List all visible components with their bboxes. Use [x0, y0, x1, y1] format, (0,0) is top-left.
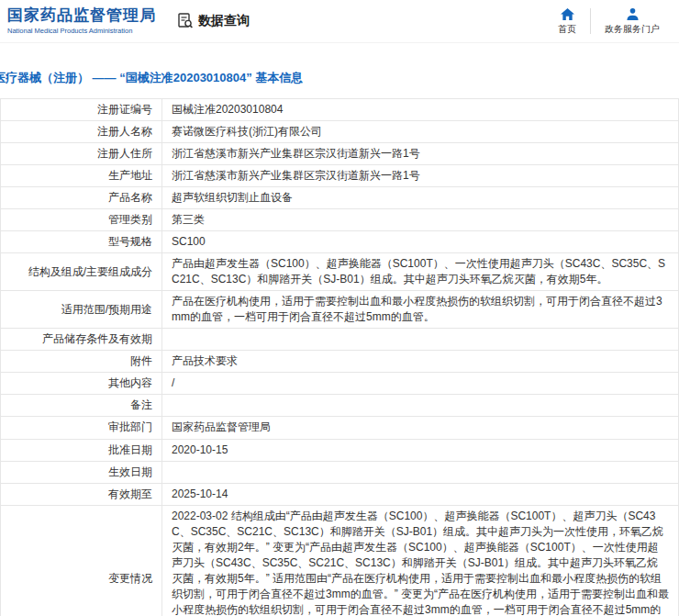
table-row: 结构及组成/主要组成成分 产品由超声发生器（SC100）、超声换能器（SC100… [1, 253, 679, 291]
row-label: 管理类别 [1, 209, 162, 231]
person-icon [626, 7, 640, 21]
table-row: 附件 产品技术要求 [1, 351, 679, 373]
table-row: 产品名称 超声软组织切割止血设备 [1, 187, 679, 209]
home-icon [560, 7, 575, 21]
row-label: 生产地址 [1, 165, 162, 187]
row-value: 赛诺微医疗科技(浙江)有限公司 [162, 121, 679, 143]
row-label: 备注 [1, 395, 162, 417]
home-link[interactable]: 首页 [544, 7, 590, 36]
table-row: 适用范围/预期用途 产品在医疗机构使用，适用于需要控制出血和最小程度热损伤的软组… [1, 291, 679, 329]
row-label: 批准日期 [1, 439, 162, 461]
row-label: 附件 [1, 351, 162, 373]
header-right-links: 首页 政务服务门户 [544, 7, 673, 36]
nmpa-logo[interactable]: 国家药品监督管理局 National Medical Products Admi… [7, 7, 156, 35]
table-row: 生效日期 [1, 461, 679, 483]
document-search-icon [176, 12, 195, 30]
row-value: 浙江省慈溪市新兴产业集群区宗汉街道新兴一路1号 [162, 143, 679, 165]
data-query-label: 数据查询 [198, 13, 250, 29]
table-row: 注册证编号 国械注准20203010804 [1, 99, 679, 121]
org-name-en: National Medical Products Administration [7, 27, 156, 35]
table-row: 注册人住所 浙江省慈溪市新兴产业集群区宗汉街道新兴一路1号 [1, 143, 679, 165]
row-value: 浙江省慈溪市新兴产业集群区宗汉街道新兴一路1号 [162, 165, 679, 187]
gov-portal-link[interactable]: 政务服务门户 [591, 7, 673, 36]
row-label: 适用范围/预期用途 [1, 291, 162, 329]
portal-label: 政务服务门户 [605, 23, 660, 36]
row-value: 超声软组织切割止血设备 [162, 187, 679, 209]
row-value: 产品由超声发生器（SC100）、超声换能器（SC100T）、一次性使用超声刀头（… [162, 253, 679, 291]
row-value: / [162, 373, 679, 395]
row-label: 生效日期 [1, 461, 162, 483]
row-value: 2022-03-02 结构组成由“产品由超声发生器（SC100）、超声换能器（S… [162, 505, 679, 616]
table-row: 管理类别 第三类 [1, 209, 679, 231]
row-label: 其他内容 [1, 373, 162, 395]
row-value: 第三类 [162, 209, 679, 231]
page-title: 医疗器械（注册） —— “国械注准20203010804” 基本信息 [0, 70, 679, 86]
table-row: 有效期至 2025-10-14 [1, 483, 679, 505]
table-row: 生产地址 浙江省慈溪市新兴产业集群区宗汉街道新兴一路1号 [1, 165, 679, 187]
table-row: 批准日期 2020-10-15 [1, 439, 679, 461]
row-value: 2025-10-14 [162, 483, 679, 505]
row-label: 型号规格 [1, 231, 162, 253]
top-header: 国家药品监督管理局 National Medical Products Admi… [0, 0, 679, 43]
row-label: 注册证编号 [1, 99, 162, 121]
row-value [162, 461, 679, 483]
table-row: 注册人名称 赛诺微医疗科技(浙江)有限公司 [1, 121, 679, 143]
table-row: 产品储存条件及有效期 [1, 329, 679, 351]
row-value: SC100 [162, 231, 679, 253]
row-label: 产品储存条件及有效期 [1, 329, 162, 351]
row-value: 国械注准20203010804 [162, 99, 679, 121]
row-value [162, 395, 679, 417]
table-row: 审批部门 国家药品监督管理局 [1, 417, 679, 439]
row-value: 产品技术要求 [162, 351, 679, 373]
row-value: 产品在医疗机构使用，适用于需要控制出血和最小程度热损伤的软组织切割，可用于闭合直… [162, 291, 679, 329]
data-query-nav[interactable]: 数据查询 [176, 12, 250, 30]
row-label: 有效期至 [1, 483, 162, 505]
row-label: 审批部门 [1, 417, 162, 439]
table-row: 变更情况 2022-03-02 结构组成由“产品由超声发生器（SC100）、超声… [1, 505, 679, 616]
row-label: 注册人住所 [1, 143, 162, 165]
org-name: 国家药品监督管理局 [7, 7, 156, 25]
registration-info-table: 注册证编号 国械注准20203010804 注册人名称 赛诺微医疗科技(浙江)有… [0, 98, 679, 616]
row-label: 注册人名称 [1, 121, 162, 143]
row-value: 2020-10-15 [162, 439, 679, 461]
table-row: 备注 [1, 395, 679, 417]
row-value: 国家药品监督管理局 [162, 417, 679, 439]
home-label: 首页 [558, 23, 576, 36]
row-label: 结构及组成/主要组成成分 [1, 253, 162, 291]
table-row: 型号规格 SC100 [1, 231, 679, 253]
row-label: 变更情况 [1, 505, 162, 616]
row-value [162, 329, 679, 351]
table-row: 其他内容 / [1, 373, 679, 395]
row-label: 产品名称 [1, 187, 162, 209]
info-table-body: 注册证编号 国械注准20203010804 注册人名称 赛诺微医疗科技(浙江)有… [1, 99, 679, 616]
